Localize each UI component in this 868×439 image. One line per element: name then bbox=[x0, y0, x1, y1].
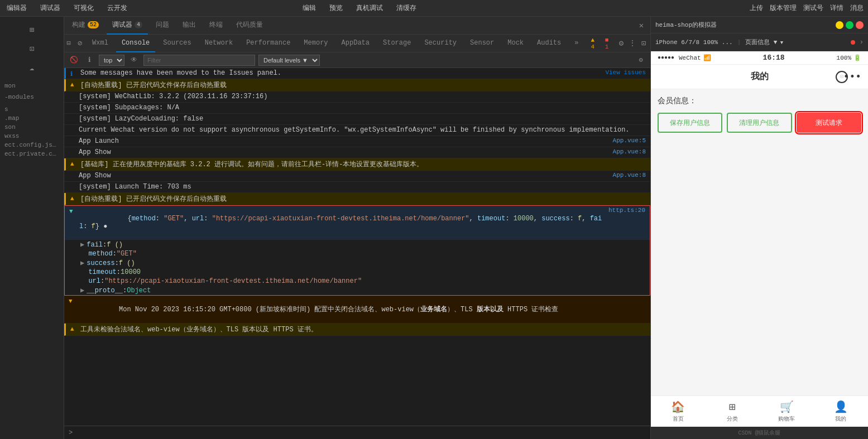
sidebar-icon-cloud[interactable]: ☁ bbox=[21, 59, 43, 76]
json-source[interactable]: http.ts:20 bbox=[604, 207, 645, 214]
console-sidebar-icon[interactable]: ⊟ bbox=[64, 37, 73, 50]
tab-real-debug[interactable]: 真机调试 bbox=[352, 2, 387, 14]
btn-version-mgr[interactable]: 版本管理 bbox=[770, 3, 797, 13]
devtools-close-btn[interactable]: ✕ bbox=[635, 19, 648, 32]
tab-clear-cache[interactable]: 清缓存 bbox=[392, 2, 421, 14]
phone-display: ●●●●● WeChat 📶 16:18 100% 🔋 我的 ⊙ ••• bbox=[651, 51, 868, 427]
console-msg-appshow1: App Show App.vue:8 bbox=[64, 147, 650, 158]
sidebar-file-s[interactable]: s bbox=[0, 105, 64, 114]
battery-label: 100% bbox=[837, 55, 851, 61]
console-tab-sources[interactable]: Sources bbox=[157, 35, 196, 52]
sidebar-icon-diff[interactable]: ⊡ bbox=[21, 40, 43, 57]
console-eye-icon[interactable]: 👁 bbox=[128, 54, 140, 66]
menu-item-editor[interactable]: 编辑器 bbox=[4, 2, 29, 14]
menu-item-debugger[interactable]: 调试器 bbox=[38, 2, 63, 14]
console-tab-network[interactable]: Network bbox=[199, 35, 238, 52]
console-tab-security[interactable]: Security bbox=[419, 35, 462, 52]
warning-icon-3: ▲ bbox=[70, 195, 78, 202]
console-input[interactable] bbox=[76, 429, 646, 437]
more-btn[interactable]: ⋮ bbox=[628, 37, 637, 50]
console-tab-more[interactable]: » bbox=[569, 35, 584, 52]
sim-maximize-btn[interactable]: □ bbox=[846, 21, 853, 29]
sidebar-file-json[interactable]: son bbox=[0, 123, 64, 132]
view-issues-link[interactable]: View issues bbox=[601, 69, 646, 76]
nav-category[interactable]: ⊞ 分类 bbox=[705, 400, 759, 423]
devtools-tab-codequality[interactable]: 代码质量 bbox=[231, 17, 268, 35]
console-tab-appdata[interactable]: AppData bbox=[336, 35, 375, 52]
warning-icon-2: ▲ bbox=[70, 161, 78, 167]
app-show1-source[interactable]: App.vue:8 bbox=[608, 148, 646, 155]
sidebar-file-config[interactable]: ect.config.json bbox=[0, 141, 64, 149]
devtools-tab-build[interactable]: 构建 52 bbox=[66, 17, 104, 35]
expand-btn[interactable]: ⊡ bbox=[639, 37, 648, 50]
mine-icon: 👤 bbox=[834, 400, 848, 414]
console-block-icon[interactable]: 🚫 bbox=[68, 54, 80, 66]
console-levels-select[interactable]: Default levels ▼ bbox=[258, 55, 320, 66]
nav-cart[interactable]: 🛒 购物车 bbox=[760, 400, 814, 423]
app-launch-source[interactable]: App.vue:5 bbox=[608, 137, 646, 144]
sidebar-file-map[interactable]: .map bbox=[0, 114, 64, 123]
console-tab-console[interactable]: Console bbox=[116, 35, 155, 52]
btn-upload[interactable]: 上传 bbox=[750, 3, 763, 13]
json-line-success[interactable]: success: f () bbox=[65, 258, 650, 268]
console-tab-wxml[interactable]: Wxml bbox=[87, 35, 114, 52]
console-msg-appshow2: App Show App.vue:8 bbox=[64, 171, 650, 182]
nav-home[interactable]: 🏠 首页 bbox=[651, 400, 705, 423]
save-user-btn[interactable]: 保存用户信息 bbox=[658, 113, 722, 133]
console-output: ℹ Some messages have been moved to the I… bbox=[64, 68, 650, 426]
console-tab-storage[interactable]: Storage bbox=[377, 35, 416, 52]
json-line-proto[interactable]: __proto__: Object bbox=[65, 286, 650, 295]
devtools-tab-terminal[interactable]: 终端 bbox=[204, 17, 228, 35]
menu-item-cloud[interactable]: 云开发 bbox=[105, 2, 130, 14]
sim-close-btn[interactable]: ✕ bbox=[856, 21, 864, 29]
sim-controls: iPhone 6/7/8 100% ... | 页面信息 ▼ › bbox=[651, 33, 868, 51]
sidebar-file-private[interactable]: ect.private.config.js... bbox=[0, 149, 64, 158]
sim-arrow-btn[interactable]: › bbox=[860, 38, 864, 46]
tab-preview[interactable]: 预览 bbox=[325, 2, 347, 14]
console-filter-input[interactable] bbox=[143, 55, 255, 66]
devtools-tab-issues[interactable]: 问题 bbox=[150, 17, 175, 35]
sidebar-file-wxss[interactable]: wxss bbox=[0, 132, 64, 141]
nav-cart-label: 购物车 bbox=[778, 415, 795, 423]
devtools-tabbar: 构建 52 调试器 4 问题 输出 终端 代码质量 ✕ bbox=[64, 17, 650, 35]
test-request-btn[interactable]: 测试请求 bbox=[797, 113, 861, 133]
more-options-btn[interactable]: ••• bbox=[843, 71, 861, 83]
console-tab-audits[interactable]: Audits bbox=[531, 35, 567, 52]
console-settings-btn[interactable]: ⚙ bbox=[635, 54, 647, 66]
app-show2-source[interactable]: App.vue:8 bbox=[608, 172, 646, 179]
json-line-timeout[interactable]: timeout: 10000 bbox=[65, 268, 650, 277]
tab-edit[interactable]: 编辑 bbox=[298, 2, 320, 14]
devtools-tab-output[interactable]: 输出 bbox=[177, 17, 202, 35]
json-line-fail[interactable]: fail: f () bbox=[65, 240, 650, 249]
clear-user-btn[interactable]: 清理用户信息 bbox=[727, 113, 792, 133]
sim-red-indicator bbox=[851, 40, 855, 45]
console-no-entry-icon[interactable]: ⊘ bbox=[75, 37, 84, 50]
console-tab-performance[interactable]: Performance bbox=[241, 35, 296, 52]
console-tab-sensor[interactable]: Sensor bbox=[464, 35, 500, 52]
console-input-line[interactable]: > bbox=[64, 426, 650, 439]
console-tab-mock[interactable]: Mock bbox=[502, 35, 529, 52]
console-info-icon[interactable]: ℹ bbox=[83, 54, 95, 66]
menu-item-visual[interactable]: 可视化 bbox=[71, 2, 96, 14]
btn-messages[interactable]: 消息 bbox=[850, 3, 864, 13]
warning-icon-1: ▲ bbox=[70, 81, 78, 88]
json-line-method[interactable]: method: "GET" bbox=[65, 249, 650, 258]
sim-page-info-dropdown[interactable]: 页面信息 ▼ bbox=[745, 38, 783, 46]
btn-test-num[interactable]: 测试号 bbox=[803, 3, 823, 13]
devtools-panel: 构建 52 调试器 4 问题 输出 终端 代码质量 ✕ ⊟ ⊘ Wxml Con… bbox=[64, 17, 650, 439]
btn-details[interactable]: 详情 bbox=[830, 3, 843, 13]
gear-btn[interactable]: ⚙ bbox=[617, 37, 626, 50]
console-tab-memory[interactable]: Memory bbox=[298, 35, 333, 52]
nav-mine[interactable]: 👤 我的 bbox=[814, 400, 868, 423]
home-icon: 🏠 bbox=[671, 400, 685, 414]
sidebar-icon-grid[interactable]: ⊞ bbox=[21, 21, 43, 38]
console-context-select[interactable]: top bbox=[99, 55, 124, 66]
sim-minimize-btn[interactable]: — bbox=[836, 21, 843, 29]
json-summary-line[interactable]: ▼ {method: "GET", url: "https://pcapi-xi… bbox=[65, 206, 650, 240]
status-time: 16:18 bbox=[763, 54, 785, 62]
selected-json-block[interactable]: ▼ {method: "GET", url: "https://pcapi-xi… bbox=[64, 205, 650, 296]
sim-device-label: iPhone 6/7/8 100% ... bbox=[655, 39, 733, 46]
console-msg-lazycode: [system] LazyCodeLoading: false bbox=[64, 114, 650, 125]
json-line-url[interactable]: url: "https://pcapi-xiaotuxian-front-dev… bbox=[65, 277, 650, 286]
devtools-tab-debugger[interactable]: 调试器 4 bbox=[107, 17, 148, 35]
